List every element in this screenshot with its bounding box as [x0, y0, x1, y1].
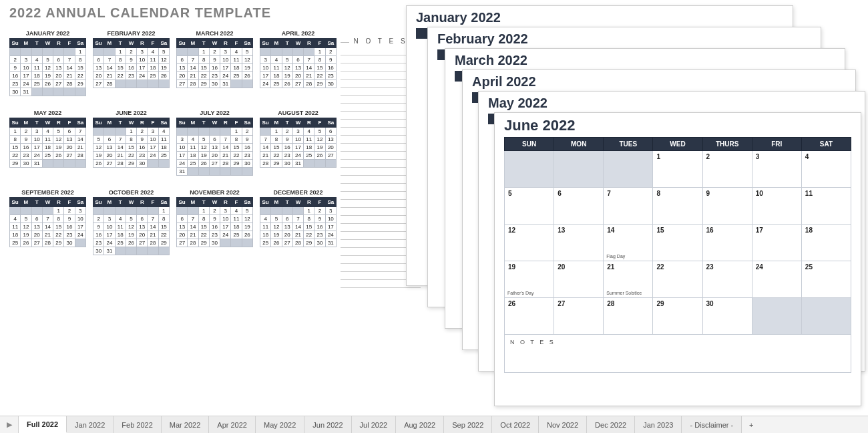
mini-day-header: F — [314, 198, 325, 207]
sheet-tab[interactable]: Apr 2022 — [209, 416, 256, 433]
mini-day-cell: 4 — [304, 128, 314, 136]
month-day-cell: 7 — [604, 188, 653, 225]
sheet-tab[interactable]: Mar 2022 — [162, 416, 209, 433]
mini-day-cell: 6 — [177, 215, 188, 223]
month-day-cell: 29 — [653, 298, 702, 335]
mini-day-header: F — [148, 118, 158, 128]
mini-day-cell: 21 — [304, 72, 314, 80]
add-sheet-button[interactable]: + — [742, 416, 761, 433]
mini-day-cell: 29 — [314, 80, 325, 88]
sheet-tab[interactable]: Oct 2022 — [492, 416, 539, 433]
mini-day-cell: 5 — [314, 128, 325, 136]
mini-day-cell: 9 — [325, 56, 336, 64]
mini-day-cell: 23 — [93, 239, 104, 247]
sheet-tab[interactable]: Full 2022 — [19, 416, 67, 433]
mini-day-cell: 16 — [282, 144, 292, 152]
mini-day-cell: 8 — [304, 215, 314, 223]
mini-month-title: APRIL 2022 — [260, 30, 337, 37]
mini-day-cell: 16 — [325, 64, 336, 72]
mini-day-cell — [115, 80, 126, 88]
sheet-tab[interactable]: Feb 2022 — [114, 416, 161, 433]
mini-day-cell: 21 — [104, 72, 115, 80]
mini-day-cell: 6 — [53, 56, 64, 64]
mini-day-cell: 28 — [292, 239, 303, 247]
mini-day-cell — [282, 48, 292, 56]
mini-day-cell — [292, 48, 303, 56]
mini-day-cell — [260, 48, 271, 56]
sheet-tab[interactable]: May 2022 — [256, 416, 304, 433]
sheet-tab[interactable]: - Disclaimer - — [682, 416, 742, 433]
mini-day-cell: 14 — [42, 223, 53, 231]
mini-day-cell: 12 — [42, 64, 53, 72]
sheet-tab[interactable]: Jun 2022 — [304, 416, 351, 433]
sheet-tab[interactable]: Jul 2022 — [352, 416, 397, 433]
sheet-tab[interactable]: Jan 2022 — [67, 416, 114, 433]
month-day-cell — [505, 151, 554, 188]
mini-day-cell: 9 — [64, 215, 75, 223]
mini-day-cell: 26 — [158, 72, 169, 80]
month-day-cell: 30 — [702, 298, 752, 335]
mini-day-cell: 1 — [158, 207, 169, 215]
tab-scroll-button[interactable]: ▶ — [0, 416, 19, 433]
mini-month: JANUARY 2022SuMTWRFSa1234567891011121314… — [9, 30, 86, 96]
mini-day-cell: 8 — [231, 136, 242, 144]
sheet-tab[interactable]: Nov 2022 — [539, 416, 587, 433]
sheet-tab[interactable]: Sep 2022 — [444, 416, 492, 433]
mini-day-cell: 26 — [314, 152, 325, 160]
mini-day-cell: 1 — [75, 48, 85, 56]
mini-day-cell: 25 — [42, 152, 53, 160]
mini-day-cell: 29 — [231, 160, 242, 168]
mini-day-cell: 12 — [158, 56, 169, 64]
mini-day-cell: 20 — [64, 144, 75, 152]
mini-day-cell — [148, 247, 158, 255]
mini-month-title: MARCH 2022 — [176, 30, 253, 37]
mini-day-cell: 8 — [53, 215, 64, 223]
mini-day-cell — [137, 247, 148, 255]
mini-day-header: Sa — [158, 39, 169, 48]
mini-day-cell: 31 — [292, 160, 303, 168]
mini-day-cell: 13 — [292, 64, 303, 72]
sheet-tab[interactable]: Aug 2022 — [396, 416, 444, 433]
month-day-cell: 6 — [554, 188, 604, 225]
mini-day-cell: 31 — [104, 247, 115, 255]
mini-day-cell: 1 — [53, 207, 64, 215]
mini-day-header: W — [292, 198, 303, 207]
page-title: February 2022 — [437, 31, 821, 47]
mini-day-cell: 7 — [75, 128, 85, 136]
mini-day-cell — [260, 128, 271, 136]
mini-day-cell: 27 — [177, 80, 188, 88]
page-title: March 2022 — [455, 53, 845, 68]
mini-day-header: R — [304, 198, 314, 207]
mini-day-cell: 7 — [304, 56, 314, 64]
mini-day-cell: 19 — [53, 144, 64, 152]
mini-day-cell: 10 — [31, 136, 42, 144]
sheet-tab[interactable]: Jan 2023 — [635, 416, 682, 433]
page-title: January 2022 — [416, 10, 793, 25]
sheet-tab-label: Jun 2022 — [312, 421, 343, 429]
mini-month-title: DECEMBER 2022 — [260, 189, 337, 196]
mini-day-cell: 26 — [242, 72, 252, 80]
mini-day-cell: 26 — [271, 239, 282, 247]
month-day-cell: 18 — [801, 225, 851, 261]
mini-day-cell: 22 — [53, 231, 64, 239]
sheet-tab-label: - Disclaimer - — [690, 421, 733, 429]
mini-day-cell — [75, 239, 85, 247]
page-title: April 2022 — [472, 74, 855, 90]
mini-day-cell: 4 — [148, 48, 158, 56]
mini-day-cell: 26 — [242, 231, 252, 239]
mini-day-header: T — [31, 198, 42, 207]
mini-day-cell: 7 — [260, 136, 271, 144]
mini-day-header: M — [21, 198, 31, 207]
mini-day-cell: 11 — [158, 136, 169, 144]
mini-month: OCTOBER 2022SuMTWRFSa1234567891011121314… — [93, 189, 170, 255]
mini-day-header: M — [104, 118, 115, 128]
mini-day-cell: 8 — [10, 136, 21, 144]
mini-day-cell — [209, 128, 220, 136]
mini-day-header: M — [271, 198, 282, 207]
mini-day-cell — [64, 88, 75, 96]
mini-day-cell — [115, 247, 126, 255]
mini-day-cell — [42, 160, 53, 168]
mini-day-cell: 7 — [188, 56, 198, 64]
mini-day-cell: 29 — [158, 239, 169, 247]
sheet-tab[interactable]: Dec 2022 — [587, 416, 635, 433]
